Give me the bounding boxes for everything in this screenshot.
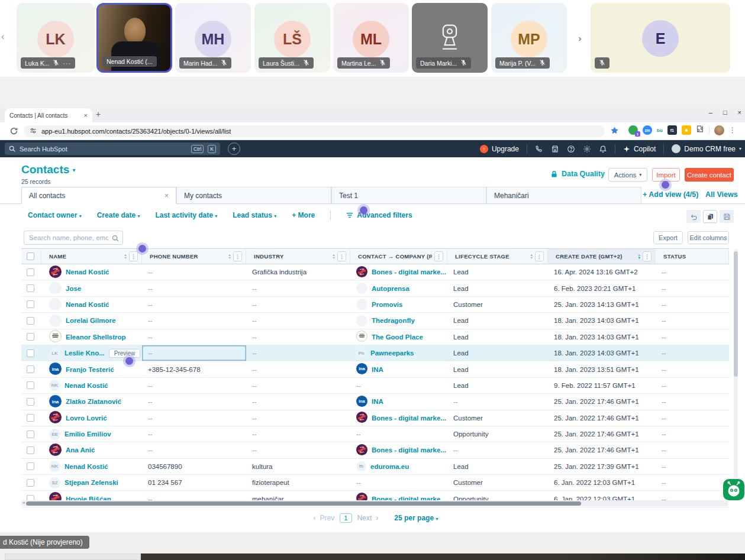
- participant-tile-8[interactable]: E: [591, 3, 730, 73]
- phone-cell[interactable]: --: [142, 426, 246, 442]
- contact-name-link[interactable]: Leslie Kno...: [64, 349, 105, 357]
- contact-name-link[interactable]: Emilio Emiliov: [64, 430, 111, 438]
- participant-tile-4[interactable]: LŠLaura Šusti...: [254, 3, 330, 73]
- account-menu[interactable]: Demo CRM free▾: [672, 144, 741, 153]
- contact-name-link[interactable]: Nenad Kostić: [66, 268, 109, 276]
- participant-tile-6[interactable]: Daria Marki...: [412, 3, 488, 73]
- table-row[interactable]: inaZlatko Zlatanović----inaINA--25. Jan.…: [21, 394, 729, 410]
- row-checkbox[interactable]: [27, 317, 34, 325]
- row-checkbox[interactable]: [27, 430, 34, 438]
- company-link[interactable]: Bones - digital marke...: [372, 268, 446, 276]
- column-header-1[interactable]: NAME▲▼⋮: [41, 249, 142, 264]
- extensions-puzzle-icon[interactable]: [696, 125, 704, 135]
- table-row[interactable]: Lorelai Gilmore----ThedragonflyLead18. J…: [21, 313, 729, 329]
- new-tab-button[interactable]: +: [96, 109, 101, 119]
- quick-create-button[interactable]: +: [228, 143, 240, 155]
- contact-name-link[interactable]: Nenad Kostić: [64, 463, 108, 470]
- next-page-button[interactable]: Next›: [357, 514, 379, 522]
- extension-icon-bu[interactable]: bu: [657, 128, 663, 133]
- participant-tile-7[interactable]: MPMarija P. (V...: [491, 3, 567, 73]
- column-menu-icon[interactable]: ⋮: [129, 251, 138, 261]
- contact-name-link[interactable]: Eleanor Shellstrop: [66, 334, 126, 341]
- phone-cell[interactable]: --: [142, 280, 246, 296]
- vertical-scrollbar[interactable]: [734, 249, 738, 501]
- current-page[interactable]: 1: [340, 513, 351, 523]
- row-checkbox[interactable]: [27, 414, 34, 422]
- contact-name-link[interactable]: Nenad Kostić: [64, 382, 108, 389]
- actions-button[interactable]: Actions▾: [608, 168, 647, 182]
- filter-1[interactable]: Contact owner ▾: [28, 211, 82, 219]
- column-header-3[interactable]: INDUSTRY▲▼⋮: [246, 249, 350, 264]
- sort-icon[interactable]: ▲▼: [124, 254, 127, 260]
- table-row[interactable]: Jose----AutoprensaLead6. Feb. 2023 20:21…: [21, 280, 729, 296]
- participant-tile-1[interactable]: LKLuka K...···: [17, 3, 95, 73]
- filter-3[interactable]: Last activity date ▾: [155, 211, 217, 219]
- column-header-7[interactable]: STATUS: [656, 249, 729, 264]
- column-header-6[interactable]: CREATE DATE (GMT+2)▲▼⋮: [548, 249, 656, 264]
- company-link[interactable]: The Good Place: [372, 334, 423, 341]
- table-row[interactable]: Nenad Kostić----PromovisCustomer25. Jan.…: [21, 297, 729, 313]
- table-row[interactable]: NKNenad Kostić034567890kulturafheduroma.…: [21, 459, 729, 475]
- export-button[interactable]: Export: [653, 231, 683, 244]
- contact-name-link[interactable]: Stjepan Zelenski: [64, 479, 118, 486]
- table-row[interactable]: Nenad Kostić--Grafička industrijaBones -…: [21, 264, 729, 280]
- tab-close-icon[interactable]: ×: [84, 112, 88, 119]
- reload-icon[interactable]: [9, 127, 18, 138]
- per-page-select[interactable]: 25 per page ▾: [394, 514, 438, 522]
- table-row[interactable]: Lovro Lovrić----Bones - digital marke...…: [21, 410, 729, 426]
- column-header-2[interactable]: PHONE NUMBER▲▼⋮: [142, 249, 246, 264]
- scrollbar-thumb[interactable]: [26, 501, 581, 506]
- participant-tile-5[interactable]: MLMartina Le...: [333, 3, 409, 73]
- column-menu-icon[interactable]: ⋮: [233, 251, 242, 261]
- calling-icon[interactable]: [535, 145, 543, 153]
- prev-page-button[interactable]: ‹Prev: [314, 514, 335, 522]
- row-checkbox[interactable]: [27, 268, 34, 276]
- company-link[interactable]: INA: [372, 398, 383, 405]
- table-row[interactable]: Eleanor Shellstrop----The Good PlaceLead…: [21, 329, 729, 345]
- browser-menu-icon[interactable]: ⋮: [729, 126, 736, 134]
- browser-tab[interactable]: Contacts | All contacts ×: [5, 108, 92, 122]
- row-checkbox[interactable]: [27, 333, 34, 341]
- marketplace-icon[interactable]: [551, 145, 559, 153]
- table-search-input[interactable]: [24, 231, 123, 245]
- scroll-left-icon[interactable]: ◂: [22, 500, 25, 505]
- hubspot-search-bar[interactable]: Search HubSpot Ctrl K: [5, 143, 220, 155]
- browser-profile-avatar[interactable]: [714, 125, 724, 135]
- company-link[interactable]: INA: [372, 366, 383, 373]
- table-row[interactable]: SZStjepan Zelenski01 234 567fizioterapeu…: [21, 475, 729, 491]
- phone-cell[interactable]: 034567890: [142, 459, 246, 474]
- sort-icon[interactable]: ▲▼: [638, 254, 641, 260]
- table-row[interactable]: EEEmilio Emiliov------Opportunity25. Jan…: [21, 426, 729, 442]
- phone-cell[interactable]: --: [142, 378, 246, 393]
- contact-name-link[interactable]: Franjo Testerić: [66, 366, 114, 373]
- add-view-link[interactable]: + Add view (4/5): [643, 190, 698, 199]
- more-options-icon[interactable]: ···: [63, 60, 71, 67]
- row-checkbox[interactable]: [27, 462, 34, 470]
- phone-cell[interactable]: --: [142, 297, 246, 312]
- company-link[interactable]: Thedragonfly: [372, 317, 415, 324]
- bug-widget-button[interactable]: [723, 479, 744, 503]
- phone-cell[interactable]: --: [142, 345, 246, 361]
- scroll-right-button[interactable]: ›: [572, 3, 588, 73]
- row-checkbox[interactable]: [27, 349, 34, 357]
- save-view-button[interactable]: [720, 210, 734, 223]
- participant-tile-3[interactable]: MHMarin Had...: [175, 3, 251, 73]
- settings-gear-icon[interactable]: [583, 145, 591, 153]
- upgrade-button[interactable]: ↑Upgrade: [480, 145, 519, 153]
- column-header-4[interactable]: CONTACT → COMPANY (PRI...⋮: [350, 249, 447, 264]
- row-checkbox[interactable]: [27, 284, 34, 292]
- contact-name-link[interactable]: Lovro Lovrić: [66, 415, 107, 422]
- phone-cell[interactable]: --: [142, 313, 246, 328]
- phone-cell[interactable]: --: [142, 394, 246, 409]
- row-checkbox[interactable]: [27, 398, 34, 406]
- column-menu-icon[interactable]: ⋮: [434, 251, 443, 261]
- company-link[interactable]: Bones - digital marke...: [372, 446, 446, 454]
- extension-icon-zoom[interactable]: zm: [643, 125, 652, 135]
- tab-close-icon[interactable]: ×: [165, 192, 169, 200]
- column-header-5[interactable]: LIFECYCLE STAGE▲▼⋮: [447, 249, 548, 264]
- window-maximize-button[interactable]: □: [723, 109, 727, 116]
- contact-name-link[interactable]: Jose: [66, 285, 81, 292]
- phone-cell[interactable]: --: [142, 442, 246, 458]
- sort-icon[interactable]: ▲▼: [333, 254, 336, 260]
- notifications-bell-icon[interactable]: [599, 145, 607, 153]
